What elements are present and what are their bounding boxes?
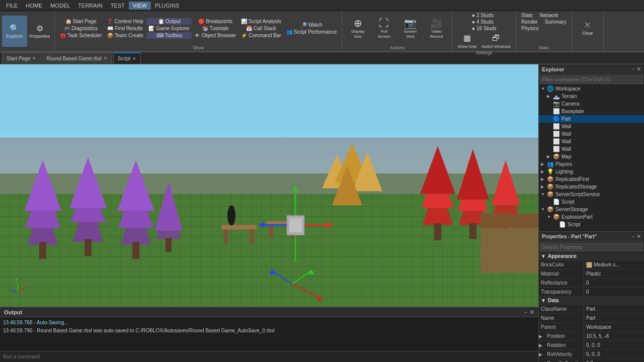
tree-part[interactable]: 🔵 Part (539, 115, 644, 123)
summary-btn[interactable]: Summary (543, 19, 569, 25)
tab-round-based-game[interactable]: Round Based Game.rbxl ✕ (42, 52, 112, 64)
menu-test[interactable]: TEST (107, 2, 129, 10)
stats-btn[interactable]: Stats (519, 12, 535, 19)
tree-replicated-first[interactable]: ▶ 📦 ReplicatedFirst (539, 175, 644, 183)
output-close-btn[interactable]: ✕ (529, 309, 534, 316)
prop-rot-velocity-expand[interactable]: ▶ (539, 352, 545, 357)
menu-plugins[interactable]: PLUGINS (151, 2, 183, 10)
properties-close-btn[interactable]: ✕ (636, 233, 641, 240)
command-bar-btn[interactable]: ⌨ Toolbox (146, 32, 192, 39)
ribbon-group-clear: ✕ Clear (572, 11, 604, 51)
tree-wall3[interactable]: ⬜ Wall (539, 138, 644, 145)
prop-name[interactable]: Name Part (539, 314, 644, 323)
tree-script-es[interactable]: 📄 Script (539, 221, 644, 228)
tree-baseplate[interactable]: ⬜ Baseplate (539, 108, 644, 115)
tree-script-ss[interactable]: 📄 Script (539, 198, 644, 206)
team-create-btn[interactable]: 👥 Script Performance (284, 29, 339, 35)
prop-specific-gravity[interactable]: SpecificGravity 0.7 (539, 359, 644, 362)
clear-btn[interactable]: ✕ Clear (575, 12, 600, 43)
properties-search[interactable] (540, 243, 643, 251)
script-performance-btn[interactable]: ⚡ Command Bar (239, 32, 283, 39)
ribbon-show-col3: 📋 Output 📝 Game Explorer ⌨ Toolbox (146, 18, 192, 39)
properties-minimize-btn[interactable]: − (631, 233, 634, 240)
physics-btn[interactable]: Physics (519, 25, 540, 32)
prop-section-appearance[interactable]: ▼ Appearance (539, 252, 644, 260)
prop-parent[interactable]: Parent Workspace (539, 323, 644, 332)
tree-workspace[interactable]: ▼ 🌐 Workspace (539, 85, 644, 93)
find-results-btn[interactable]: 🔎 Watch (284, 22, 339, 28)
prop-position-expand[interactable]: ▶ (539, 334, 545, 339)
video-record-btn[interactable]: 🎥 Video Record (424, 13, 449, 44)
menu-file[interactable]: FILE (2, 2, 22, 10)
breakpoints-btn[interactable]: 🔴 Breakpoints (193, 18, 237, 25)
prop-rot-velocity[interactable]: ▶ RotVelocity 0, 0, 0 (539, 350, 644, 359)
start-page-btn[interactable]: 🏠 Start Page (58, 18, 104, 25)
display-axis-btn[interactable]: ⊕ Display Axis (345, 13, 370, 44)
diagnostics-btn[interactable]: 📊 Script Analysis (239, 18, 283, 25)
2studs-btn[interactable]: ● 2 Studs (470, 12, 496, 19)
tree-server-storage[interactable]: ▼ 📦 ServerStorage (539, 206, 644, 213)
tree-camera[interactable]: 📷 Camera (539, 100, 644, 108)
output-minimize-btn[interactable]: − (524, 309, 527, 316)
tree-wall4[interactable]: ⬜ Wall (539, 145, 644, 153)
watch-btn[interactable]: 👁 Object Browser (193, 32, 237, 39)
tree-wall1[interactable]: ⬜ Wall (539, 123, 644, 130)
properties-button[interactable]: ⚙ Properties (27, 16, 52, 47)
explorer-button[interactable]: 🔍 Explorer (2, 16, 27, 47)
call-stack-btn[interactable]: 📚 Tutorials (193, 25, 237, 32)
tab-start-page-close[interactable]: ✕ (32, 56, 36, 61)
script-analysis-btn[interactable]: 📝 Game Explorer (146, 25, 192, 32)
tree-terrain[interactable]: ▶ 🗻 Terrain (539, 93, 644, 100)
prop-section-data[interactable]: ▼ Data (539, 297, 644, 305)
explorer-search[interactable] (540, 75, 643, 84)
output-btn[interactable]: 📋 Output (146, 18, 192, 25)
command-input[interactable] (3, 354, 535, 359)
explorer-close-btn[interactable]: ✕ (636, 66, 641, 72)
show-grid-icon: ▦ (463, 33, 471, 43)
tree-wall2[interactable]: ⬜ Wall (539, 130, 644, 138)
tab-start-page[interactable]: Start Page ✕ (2, 52, 41, 64)
prop-position[interactable]: ▶ Position 10.5, 5, -8 (539, 332, 644, 341)
game-explorer-icon: 🎮 (64, 26, 70, 31)
menu-terrain[interactable]: TERRAIN (74, 2, 106, 10)
menu-home[interactable]: HOME (22, 2, 46, 10)
switch-windows-btn[interactable]: 🗗 Switch Windows (479, 33, 513, 49)
explorer-minimize-btn[interactable]: − (631, 66, 634, 72)
prop-reflectance[interactable]: Reflectance 0 (539, 279, 644, 288)
tree-server-script-service[interactable]: ▼ 📦 ServerScriptService (539, 191, 644, 198)
tab-script-close[interactable]: ✕ (132, 56, 136, 61)
tab-script[interactable]: Script ✕ (113, 52, 141, 64)
prop-rotation[interactable]: ▶ Rotation 0, 0, 0 (539, 341, 644, 350)
show-grid-btn[interactable]: ▦ Show Grid (455, 33, 478, 49)
screen-shot-btn[interactable]: 📷 Screen Shot (397, 13, 423, 44)
command-bar[interactable] (0, 351, 538, 362)
toolbox-btn[interactable]: 🧰 Task Scheduler (58, 32, 104, 39)
tree-replicated-storage[interactable]: ▶ 📦 ReplicatedStorage (539, 183, 644, 191)
game-explorer-btn[interactable]: 🎮 Diagnostics (58, 25, 104, 32)
tutorials-btn[interactable]: 📖 Find Results (105, 25, 145, 32)
task-scheduler-btn[interactable]: 📅 Call Stack (239, 25, 283, 32)
render-btn[interactable]: Render (519, 19, 540, 25)
viewport[interactable]: Y (0, 64, 538, 307)
tree-players[interactable]: ▶ 👥 Players (539, 160, 644, 168)
tree-map[interactable]: ▶ 📦 Map (539, 153, 644, 160)
tree-lighting[interactable]: ▶ 💡 Lighting (539, 168, 644, 175)
svg-rect-15 (166, 238, 172, 252)
prop-class-name[interactable]: ClassName Part (539, 305, 644, 314)
full-screen-btn[interactable]: ⛶ Full Screen (371, 13, 396, 44)
menu-model[interactable]: MODEL (46, 2, 74, 10)
properties-header: Properties - Part "Part" − ✕ (539, 231, 644, 242)
prop-brick-color[interactable]: BrickColor Medium s... (539, 260, 644, 269)
16studs-btn[interactable]: ● 16 Studs (470, 25, 499, 32)
menu-view[interactable]: VIEW (129, 2, 151, 10)
context-help-btn[interactable]: ❓ Context Help (105, 18, 145, 25)
tree-explosion-part[interactable]: ▼ 📦 ExplosionPart (539, 213, 644, 221)
prop-material[interactable]: Material Plastic (539, 269, 644, 279)
prop-rotation-expand[interactable]: ▶ (539, 343, 545, 348)
prop-transparency[interactable]: Transparency 0 (539, 288, 644, 297)
network-btn[interactable]: Network (538, 12, 560, 19)
tab-round-based-close[interactable]: ✕ (104, 56, 108, 61)
tree-explosion-part-arrow: ▼ (547, 215, 553, 219)
object-browser-btn[interactable]: 📦 Team Create (105, 32, 145, 39)
4studs-btn[interactable]: ● 4 Studs (470, 19, 496, 25)
